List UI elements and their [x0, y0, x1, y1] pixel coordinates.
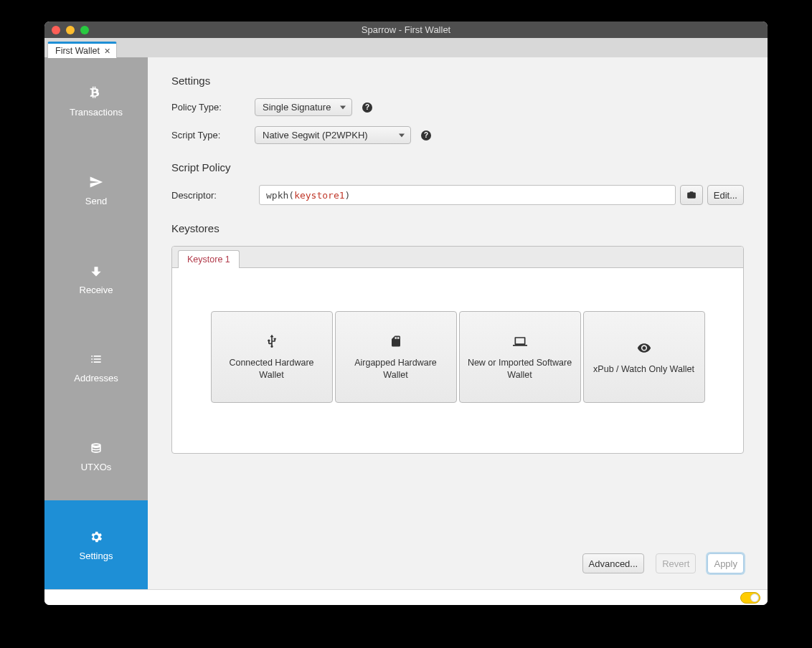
- help-icon[interactable]: ?: [362, 103, 372, 113]
- eye-icon: [636, 339, 653, 356]
- keystores-panel: Keystore 1 Connected Hardware Wallet: [171, 246, 744, 454]
- option-label: Connected Hardware Wallet: [217, 357, 326, 381]
- gear-icon: [88, 529, 104, 545]
- body: Transactions Send Receive Addresses: [44, 57, 768, 589]
- sidebar-item-label: Send: [85, 196, 107, 206]
- descriptor-row: Descriptor: wpkh(keystore1) Edit...: [171, 185, 744, 205]
- policy-type-select[interactable]: Single Signature: [255, 98, 352, 116]
- script-policy-heading: Script Policy: [171, 161, 744, 173]
- keystores-heading: Keystores: [171, 222, 744, 234]
- keystore-tab[interactable]: Keystore 1: [178, 250, 240, 268]
- policy-type-row: Policy Type: Single Signature ?: [171, 98, 744, 116]
- sidebar-item-utxos[interactable]: UTXOs: [44, 412, 148, 501]
- descriptor-label: Descriptor:: [171, 190, 255, 201]
- script-type-select[interactable]: Native Segwit (P2WPKH): [255, 126, 411, 144]
- wallet-tabstrip: First Wallet ✕: [44, 38, 768, 57]
- settings-heading: Settings: [171, 75, 744, 87]
- keystore-tab-label: Keystore 1: [187, 254, 230, 265]
- laptop-icon: [511, 333, 529, 350]
- option-label: Airgapped Hardware Wallet: [341, 357, 450, 381]
- option-label: New or Imported Software Wallet: [466, 357, 575, 381]
- wallet-tab-label: First Wallet: [55, 46, 100, 56]
- sidebar-item-receive[interactable]: Receive: [44, 234, 148, 323]
- receive-icon: [88, 263, 104, 279]
- close-tab-icon[interactable]: ✕: [104, 47, 110, 56]
- descriptor-open: (: [288, 190, 294, 201]
- main-content: Settings Policy Type: Single Signature ?…: [148, 57, 768, 589]
- sidebar-item-label: Transactions: [70, 107, 123, 118]
- footer-buttons: Advanced... Revert Apply: [582, 553, 744, 573]
- keystore-tabstrip: Keystore 1: [172, 247, 743, 268]
- apply-button[interactable]: Apply: [707, 553, 744, 573]
- sidebar-item-addresses[interactable]: Addresses: [44, 323, 148, 412]
- sidebar-item-label: Receive: [80, 285, 113, 295]
- revert-button[interactable]: Revert: [656, 553, 696, 573]
- wallet-tab[interactable]: First Wallet ✕: [47, 42, 117, 58]
- minimize-window-button[interactable]: [66, 26, 75, 34]
- scan-qr-button[interactable]: [680, 185, 703, 205]
- sidebar-item-label: UTXOs: [81, 462, 112, 472]
- descriptor-close: ): [345, 190, 351, 201]
- sidebar-item-transactions[interactable]: Transactions: [44, 57, 148, 146]
- descriptor-input[interactable]: wpkh(keystore1): [259, 185, 676, 205]
- list-icon: [88, 351, 104, 367]
- edit-descriptor-button[interactable]: Edit...: [707, 185, 744, 205]
- window-controls: [44, 26, 89, 34]
- bitcoin-icon: [88, 85, 104, 101]
- sd-card-icon: [390, 333, 402, 350]
- sidebar: Transactions Send Receive Addresses: [44, 57, 148, 589]
- usb-icon: [263, 333, 280, 350]
- connection-toggle[interactable]: [740, 592, 760, 604]
- app-window: Sparrow - First Wallet First Wallet ✕ Tr…: [44, 22, 768, 605]
- option-software-wallet[interactable]: New or Imported Software Wallet: [459, 311, 581, 403]
- option-watch-only[interactable]: xPub / Watch Only Wallet: [583, 311, 705, 403]
- script-type-row: Script Type: Native Segwit (P2WPKH) ?: [171, 126, 744, 144]
- sidebar-item-send[interactable]: Send: [44, 146, 148, 235]
- send-icon: [88, 174, 104, 190]
- keystore-options: Connected Hardware Wallet Airgapped Hard…: [172, 268, 743, 453]
- window-title: Sparrow - First Wallet: [44, 24, 768, 35]
- descriptor-id: keystore1: [294, 190, 344, 201]
- titlebar: Sparrow - First Wallet: [44, 22, 768, 38]
- script-type-label: Script Type:: [171, 130, 255, 140]
- option-connected-hardware[interactable]: Connected Hardware Wallet: [211, 311, 333, 403]
- camera-icon: [686, 190, 697, 200]
- descriptor-fn: wpkh: [266, 190, 288, 201]
- coins-icon: [88, 440, 104, 456]
- statusbar: [44, 589, 768, 605]
- help-icon[interactable]: ?: [421, 130, 431, 140]
- option-airgapped-hardware[interactable]: Airgapped Hardware Wallet: [335, 311, 457, 403]
- advanced-button[interactable]: Advanced...: [582, 553, 645, 573]
- policy-type-label: Policy Type:: [171, 102, 255, 113]
- maximize-window-button[interactable]: [80, 26, 89, 34]
- close-window-button[interactable]: [52, 26, 60, 34]
- sidebar-item-label: Settings: [80, 551, 113, 561]
- sidebar-item-label: Addresses: [74, 373, 118, 383]
- sidebar-item-settings[interactable]: Settings: [44, 500, 148, 589]
- option-label: xPub / Watch Only Wallet: [593, 363, 694, 376]
